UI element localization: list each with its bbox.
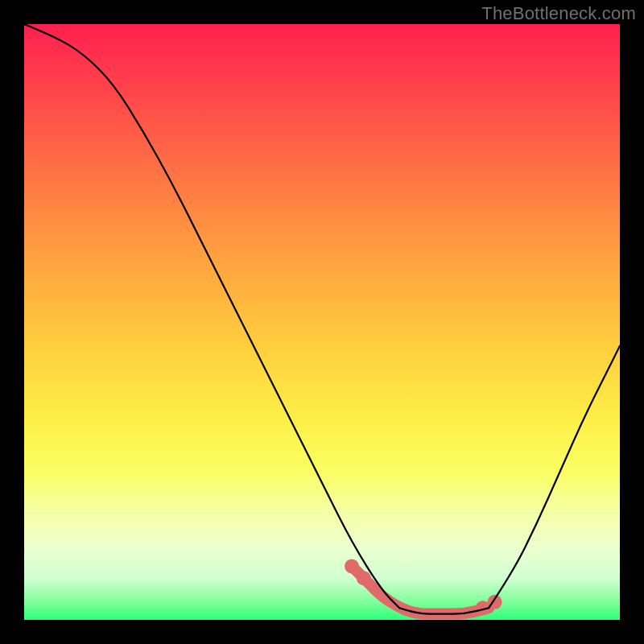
highlight-dot [357,571,371,585]
left-curve [24,24,399,608]
watermark-text: TheBottleneck.com [481,3,636,24]
outer-frame: TheBottleneck.com [0,0,644,644]
chart-svg [24,24,620,620]
right-curve [489,346,620,609]
highlight-dot [345,559,359,573]
curve-group [24,24,620,614]
plot-area [24,24,620,620]
optimal-range-highlight [352,566,489,613]
